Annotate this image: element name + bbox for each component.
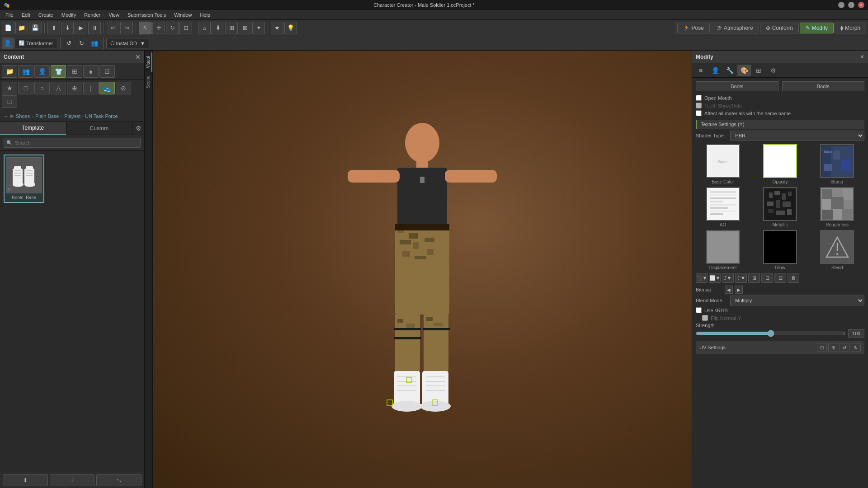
- render-button[interactable]: ▶: [75, 22, 87, 34]
- tex-blend-thumb[interactable]: [820, 230, 854, 264]
- ct-accessory[interactable]: ⊞: [67, 65, 82, 78]
- content-down-button[interactable]: ⬇: [3, 474, 48, 486]
- mt-texture-icon[interactable]: 🎨: [737, 65, 751, 76]
- select-button[interactable]: ↖: [139, 22, 151, 34]
- menu-edit[interactable]: Edit: [18, 11, 34, 19]
- titlebar-controls[interactable]: – □ ✕: [838, 2, 864, 8]
- scene-tab[interactable]: Scene: [145, 72, 152, 92]
- export-button[interactable]: ⬇: [61, 22, 74, 34]
- tab-settings-button[interactable]: ⚙: [132, 122, 144, 135]
- open-mouth-checkbox[interactable]: [696, 95, 702, 101]
- tex-glow-thumb[interactable]: [763, 230, 797, 264]
- content-swap-button[interactable]: ⇋: [96, 474, 142, 486]
- act-grid2-btn[interactable]: ⊞: [748, 273, 760, 283]
- close-button[interactable]: ✕: [858, 2, 864, 8]
- ct-folder[interactable]: 📁: [2, 65, 17, 78]
- pose-button[interactable]: 🏃 Pose: [677, 23, 710, 33]
- shader-type-select[interactable]: PBR: [730, 131, 864, 141]
- mt-grid-icon[interactable]: ⊞: [752, 65, 765, 76]
- menu-submission-tools[interactable]: Submission Tools: [124, 11, 170, 19]
- modify-close-button[interactable]: ✕: [860, 54, 864, 60]
- down-button[interactable]: ⬇: [212, 22, 224, 34]
- strength-slider[interactable]: [696, 330, 845, 337]
- tex-base-color-thumb[interactable]: Base: [706, 144, 740, 178]
- home-button[interactable]: ⌂: [198, 22, 211, 34]
- bc-playset[interactable]: Playset - UN Task Force: [64, 113, 118, 119]
- conform-button[interactable]: ⊕ Conform: [760, 23, 799, 33]
- flip-normal-checkbox[interactable]: [702, 315, 708, 321]
- save-button[interactable]: 💾: [29, 22, 42, 34]
- act-delete-btn[interactable]: 🗑: [788, 273, 799, 283]
- template-tab[interactable]: Template: [0, 122, 66, 135]
- texture-settings-header[interactable]: Texture Settings (Y) –: [696, 120, 864, 129]
- bc-shoes[interactable]: Shoes: [16, 113, 30, 119]
- scale-button[interactable]: ⊡: [179, 22, 192, 34]
- viewport[interactable]: [153, 51, 692, 488]
- tb2-icon2[interactable]: ↻: [76, 38, 88, 49]
- rotate-button[interactable]: ↻: [166, 22, 179, 34]
- grid-button[interactable]: ⊞: [225, 22, 238, 34]
- content-item-boots-base[interactable]: ⊞ Boots_Base: [4, 155, 44, 203]
- bc-plain-base[interactable]: Plain Base: [35, 113, 59, 119]
- ct-icon7[interactable]: ⊡: [99, 65, 115, 78]
- tex-opacity-thumb[interactable]: [763, 144, 797, 178]
- tex-displacement-thumb[interactable]: [706, 230, 740, 264]
- minimize-button[interactable]: –: [838, 2, 844, 8]
- tb2-icon3[interactable]: 👥: [89, 38, 100, 49]
- uv-btn4[interactable]: ↻: [851, 343, 861, 352]
- uv-btn2[interactable]: ⊞: [828, 343, 838, 352]
- view-button[interactable]: ⊠: [239, 22, 251, 34]
- ct-shoe[interactable]: 👟: [99, 82, 115, 94]
- menu-create[interactable]: Create: [35, 11, 57, 19]
- maximize-button[interactable]: □: [848, 2, 854, 8]
- uv-btn1[interactable]: ⊡: [817, 343, 827, 352]
- mt-gear-icon[interactable]: ⚙: [766, 65, 780, 76]
- ct-bar[interactable]: |: [83, 82, 99, 94]
- mt-person-icon[interactable]: 👤: [708, 65, 722, 76]
- ct-multi[interactable]: ⊕: [67, 82, 82, 94]
- mt-wrench-icon[interactable]: 🔧: [723, 65, 736, 76]
- transformer-icon-btn[interactable]: 👤: [2, 38, 14, 49]
- act-share-btn[interactable]: ⤴▼: [722, 273, 734, 283]
- act-resize-btn[interactable]: ⊡: [761, 273, 773, 283]
- ct-hair[interactable]: ♠: [83, 65, 99, 78]
- ct-shape[interactable]: △: [51, 82, 66, 94]
- tex-bump-thumb[interactable]: Bump: [820, 144, 854, 178]
- use-srgb-checkbox[interactable]: [696, 307, 702, 313]
- tb2-icon1[interactable]: ↺: [63, 38, 75, 49]
- light2-button[interactable]: 💡: [284, 22, 297, 34]
- visual-tab[interactable]: Visual: [145, 52, 152, 72]
- ct-star[interactable]: ★: [2, 82, 17, 94]
- ct-body[interactable]: 👤: [34, 65, 50, 78]
- act-flip-btn[interactable]: ⊟: [774, 273, 786, 283]
- content-close-button[interactable]: ✕: [135, 53, 141, 61]
- menu-file[interactable]: File: [2, 11, 17, 19]
- open-button[interactable]: 📁: [15, 22, 28, 34]
- menu-render[interactable]: Render: [80, 11, 104, 19]
- content-add-button[interactable]: +: [50, 474, 95, 486]
- tex-metallic-thumb[interactable]: [763, 187, 797, 221]
- move-button[interactable]: ✛: [152, 22, 165, 34]
- blend-right-btn[interactable]: ▶: [735, 286, 743, 294]
- mt-sliders-icon[interactable]: ≡: [694, 65, 708, 76]
- menu-window[interactable]: Window: [170, 11, 195, 19]
- teeth-show-checkbox[interactable]: [696, 103, 702, 108]
- custom-tab[interactable]: Custom: [66, 122, 133, 135]
- ct-empty[interactable]: □: [2, 95, 17, 108]
- ct-box[interactable]: □: [18, 82, 33, 94]
- search-input[interactable]: [4, 138, 141, 148]
- fx-button[interactable]: ✦: [252, 22, 265, 34]
- ct-circle[interactable]: ○: [34, 82, 50, 94]
- act-import-btn[interactable]: ⬛▼: [696, 273, 708, 283]
- blend-left-btn[interactable]: ◀: [725, 286, 733, 294]
- atmosphere-button[interactable]: 🌫 Atmosphere: [711, 23, 759, 33]
- playback-button[interactable]: ⏸: [88, 22, 101, 34]
- blend-mode-select[interactable]: Multiply Normal Screen Overlay: [730, 296, 864, 305]
- act-share2-btn[interactable]: ⇧▼: [735, 273, 747, 283]
- light-button[interactable]: ★: [271, 22, 283, 34]
- menu-view[interactable]: View: [105, 11, 123, 19]
- bc-back-icon[interactable]: ←: [4, 113, 9, 119]
- ct-hang[interactable]: ⊘: [116, 82, 131, 94]
- redo-button[interactable]: ↪: [120, 22, 133, 34]
- ct-people[interactable]: 👥: [18, 65, 33, 78]
